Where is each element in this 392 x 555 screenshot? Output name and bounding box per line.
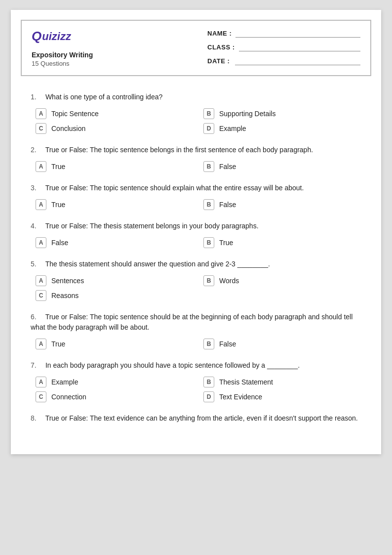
option-5c-text: Reasons	[51, 292, 78, 299]
question-1-body: What is one type of a controlling idea?	[45, 93, 162, 101]
option-3a: A True	[36, 199, 194, 210]
option-2a: A True	[36, 161, 194, 172]
question-3-options: A True B False	[31, 199, 361, 210]
option-7d-letter: D	[203, 391, 214, 402]
question-7: 7. In each body paragraph you should hav…	[31, 360, 361, 402]
option-7d-text: Text Evidence	[219, 393, 262, 401]
option-1a-letter: A	[36, 108, 46, 119]
question-8: 8. True or False: The text evidence can …	[31, 413, 361, 424]
option-3a-letter: A	[36, 199, 46, 210]
question-6: 6. True or False: The topic sentence sho…	[31, 312, 361, 349]
option-5c-letter: C	[36, 290, 46, 301]
option-4b-letter: B	[203, 237, 214, 248]
logo-q: Q	[32, 29, 41, 44]
question-6-body: True or False: The topic sentence should…	[31, 313, 353, 331]
option-1a: A Topic Sentence	[36, 108, 194, 119]
option-4a: A False	[36, 237, 194, 248]
question-4-text: 4. True or False: The thesis statement b…	[31, 221, 361, 231]
question-2-number: 2.	[31, 145, 41, 155]
option-3a-text: True	[51, 201, 65, 209]
option-3b-letter: B	[203, 199, 214, 210]
date-field-row: DATE :	[207, 56, 360, 65]
question-5-body: The thesis statement should answer the q…	[45, 260, 270, 268]
option-7d: D Text Evidence	[203, 391, 361, 402]
question-8-body: True or False: The text evidence can be …	[45, 414, 358, 422]
option-5a-letter: A	[36, 275, 46, 286]
option-1b: B Supporting Details	[203, 108, 361, 119]
option-6a: A True	[36, 339, 194, 349]
header-left: Q uizizz Expository Writing 15 Questions	[32, 29, 93, 67]
question-2-options: A True B False	[31, 161, 361, 172]
option-7a: A Example	[36, 377, 194, 387]
option-6b-text: False	[219, 340, 236, 348]
option-7a-text: Example	[51, 378, 78, 386]
name-field-row: NAME :	[207, 29, 360, 38]
name-label: NAME :	[207, 30, 232, 37]
class-label: CLASS :	[207, 43, 235, 51]
question-6-text: 6. True or False: The topic sentence sho…	[31, 312, 361, 333]
name-line	[235, 29, 360, 38]
option-1c-text: Conclusion	[51, 125, 85, 132]
option-3b: B False	[203, 199, 361, 210]
option-4a-text: False	[51, 239, 68, 247]
option-1c: C Conclusion	[36, 123, 194, 134]
option-4b: B True	[203, 237, 361, 248]
date-line	[235, 56, 360, 65]
question-1-number: 1.	[31, 92, 41, 102]
option-5b-letter: B	[203, 275, 214, 286]
option-7c-text: Connection	[51, 393, 86, 401]
question-7-options: A Example B Thesis Statement C Connectio…	[31, 377, 361, 402]
question-1-options: A Topic Sentence B Supporting Details C …	[31, 108, 361, 134]
page: Q uizizz Expository Writing 15 Questions…	[11, 10, 381, 454]
question-6-options: A True B False	[31, 339, 361, 349]
option-1d-text: Example	[219, 125, 246, 132]
option-2a-letter: A	[36, 161, 46, 172]
logo-rest: uizizz	[42, 30, 71, 43]
date-label: DATE :	[207, 57, 231, 65]
question-7-text: 7. In each body paragraph you should hav…	[31, 360, 361, 371]
option-7c-letter: C	[36, 391, 46, 402]
option-4b-text: True	[219, 239, 233, 247]
option-5a: A Sentences	[36, 275, 194, 286]
option-2b: B False	[203, 161, 361, 172]
question-8-text: 8. True or False: The text evidence can …	[31, 413, 361, 424]
option-5a-text: Sentences	[51, 277, 84, 285]
header-fields: NAME : CLASS : DATE :	[207, 29, 360, 65]
question-4: 4. True or False: The thesis statement b…	[31, 221, 361, 248]
header: Q uizizz Expository Writing 15 Questions…	[21, 20, 371, 76]
question-2-body: True or False: The topic sentence belong…	[45, 146, 313, 154]
option-1a-text: Topic Sentence	[51, 110, 99, 118]
question-3-body: True or False: The topic sentence should…	[45, 184, 304, 192]
option-2b-letter: B	[203, 161, 214, 172]
logo: Q uizizz	[32, 29, 93, 44]
class-line	[239, 43, 361, 51]
option-2b-text: False	[219, 163, 236, 171]
option-6b-letter: B	[203, 339, 214, 349]
questions-content: 1. What is one type of a controlling ide…	[11, 76, 381, 434]
option-7b-letter: B	[203, 377, 214, 387]
option-1d-letter: D	[203, 123, 214, 134]
option-7c: C Connection	[36, 391, 194, 402]
question-4-body: True or False: The thesis statement belo…	[45, 222, 259, 230]
question-7-number: 7.	[31, 360, 41, 371]
option-7b: B Thesis Statement	[203, 377, 361, 387]
option-3b-text: False	[219, 201, 236, 209]
question-4-options: A False B True	[31, 237, 361, 248]
questions-count: 15 Questions	[32, 60, 93, 67]
option-6a-text: True	[51, 340, 65, 348]
option-6a-letter: A	[36, 339, 46, 349]
question-2: 2. True or False: The topic sentence bel…	[31, 145, 361, 172]
option-7a-letter: A	[36, 377, 46, 387]
question-5: 5. The thesis statement should answer th…	[31, 259, 361, 301]
option-1b-text: Supporting Details	[219, 110, 275, 118]
option-7b-text: Thesis Statement	[219, 378, 273, 386]
question-1: 1. What is one type of a controlling ide…	[31, 92, 361, 134]
question-3-text: 3. True or False: The topic sentence sho…	[31, 183, 361, 193]
option-2a-text: True	[51, 163, 65, 171]
question-2-text: 2. True or False: The topic sentence bel…	[31, 145, 361, 155]
option-6b: B False	[203, 339, 361, 349]
question-1-text: 1. What is one type of a controlling ide…	[31, 92, 361, 102]
question-3: 3. True or False: The topic sentence sho…	[31, 183, 361, 210]
worksheet-title: Expository Writing	[32, 51, 93, 59]
option-4a-letter: A	[36, 237, 46, 248]
